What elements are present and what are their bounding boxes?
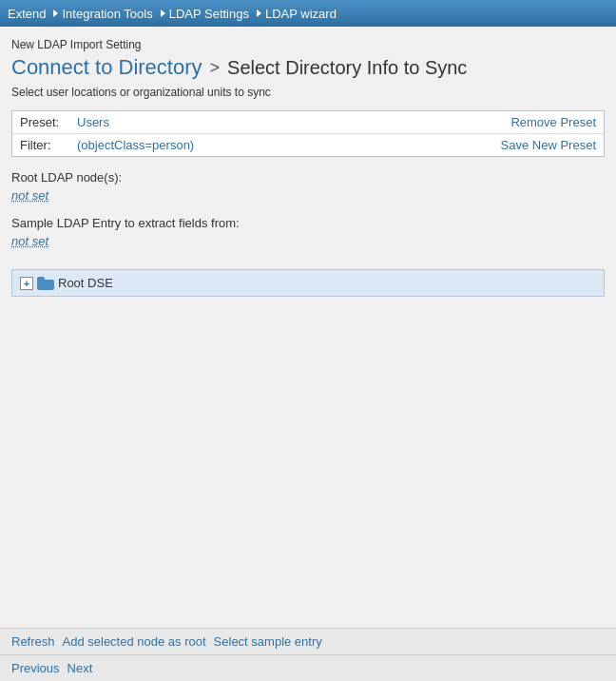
preset-label: Preset: bbox=[20, 115, 77, 129]
bottom-nav-row: Previous Next bbox=[0, 655, 616, 681]
preset-value-link[interactable]: Users bbox=[77, 115, 510, 129]
preset-row: Preset: Users Remove Preset bbox=[12, 111, 604, 134]
remove-preset-button[interactable]: Remove Preset bbox=[510, 115, 596, 129]
folder-icon bbox=[37, 277, 54, 290]
page-subtitle: Select user locations or organizational … bbox=[11, 86, 605, 99]
root-ldap-not-set[interactable]: not set bbox=[11, 188, 48, 203]
bottom-links-row: Refresh Add selected node as root Select… bbox=[0, 629, 616, 655]
tree-expand-button[interactable]: + bbox=[20, 277, 33, 290]
select-sample-entry-link[interactable]: Select sample entry bbox=[214, 634, 322, 649]
page-title-connect: Connect to Directory bbox=[11, 55, 202, 80]
page-title-sync: Select Directory Info to Sync bbox=[227, 57, 467, 79]
nav-arrow-extend bbox=[53, 10, 58, 17]
content-scroll-area: Root LDAP node(s): not set Sample LDAP E… bbox=[11, 170, 605, 532]
filter-value-link[interactable]: (objectClass=person) bbox=[77, 138, 501, 152]
top-nav: Extend Integration Tools LDAP Settings L… bbox=[0, 0, 616, 27]
sample-entry-title: Sample LDAP Entry to extract fields from… bbox=[11, 216, 605, 230]
bottom-bar: Refresh Add selected node as root Select… bbox=[0, 628, 616, 681]
previous-button[interactable]: Previous bbox=[11, 661, 60, 675]
refresh-link[interactable]: Refresh bbox=[11, 634, 55, 649]
nav-extend[interactable]: Extend bbox=[8, 7, 46, 21]
nav-integration-tools[interactable]: Integration Tools bbox=[62, 7, 152, 21]
tree-node-root-dse: Root DSE bbox=[58, 276, 113, 290]
page-title-arrow: > bbox=[210, 58, 221, 78]
root-ldap-title: Root LDAP node(s): bbox=[11, 170, 605, 185]
sample-entry-not-set[interactable]: not set bbox=[11, 234, 48, 248]
tree-area: + Root DSE bbox=[11, 269, 605, 297]
nav-arrow-integration bbox=[161, 10, 165, 17]
nav-ldap-settings[interactable]: LDAP Settings bbox=[169, 7, 249, 21]
save-new-preset-button[interactable]: Save New Preset bbox=[501, 138, 596, 152]
preset-filter-table: Preset: Users Remove Preset Filter: (obj… bbox=[11, 110, 605, 157]
nav-ldap-wizard[interactable]: LDAP wizard bbox=[265, 7, 337, 21]
filter-label: Filter: bbox=[20, 138, 77, 152]
filter-row: Filter: (objectClass=person) Save New Pr… bbox=[12, 134, 604, 156]
nav-arrow-ldap-settings bbox=[257, 10, 261, 17]
add-selected-node-link[interactable]: Add selected node as root bbox=[63, 634, 206, 649]
main-content: New LDAP Import Setting Connect to Direc… bbox=[0, 27, 616, 647]
new-setting-label: New LDAP Import Setting bbox=[11, 38, 605, 51]
next-button[interactable]: Next bbox=[67, 661, 93, 675]
page-title-row: Connect to Directory > Select Directory … bbox=[11, 55, 605, 80]
